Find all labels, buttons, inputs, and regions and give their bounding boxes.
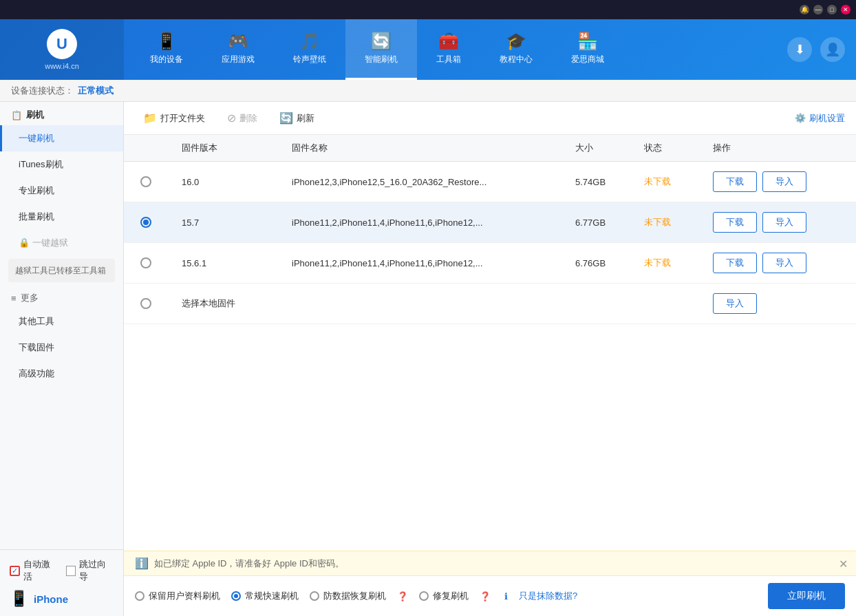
jailbreak-label: 一键越狱 xyxy=(32,237,68,248)
nav-ringtone[interactable]: 🎵 铃声壁纸 xyxy=(274,19,345,80)
nav-tutorial[interactable]: 🎓 教程中心 xyxy=(480,19,552,80)
anti-data-label: 防数据恢复刷机 xyxy=(323,590,386,602)
repair-radio[interactable] xyxy=(419,591,429,601)
content: 📁 打开文件夹 ⊘ 删除 🔄 刷新 ⚙️ 刷机设置 固件版本 固件名称 大 xyxy=(124,102,856,616)
flash-section-label: 刷机 xyxy=(26,109,44,121)
repair-help-icon[interactable]: ❓ xyxy=(480,591,491,602)
nav-toolbox[interactable]: 🧰 工具箱 xyxy=(417,19,480,80)
fast-flash-label: 常规快速刷机 xyxy=(245,590,299,602)
maximize-btn[interactable]: □ xyxy=(827,5,837,14)
actions-1561: 下载 导入 xyxy=(707,243,845,283)
radio-col-1561[interactable] xyxy=(135,248,176,278)
radio-col-local[interactable] xyxy=(135,288,176,319)
import-local-btn[interactable]: 导入 xyxy=(713,293,757,314)
sidebar-item-advanced[interactable]: 高级功能 xyxy=(0,361,123,387)
flash-now-btn[interactable]: 立即刷机 xyxy=(768,583,845,609)
sidebar-item-pro-flash[interactable]: 专业刷机 xyxy=(0,178,123,204)
sidebar-item-one-click-flash[interactable]: 一键刷机 xyxy=(0,125,123,151)
logo-url: www.i4.cn xyxy=(45,62,79,70)
radio-col-157[interactable] xyxy=(135,207,176,237)
auto-activate-box[interactable] xyxy=(10,566,20,576)
th-name: 固件名称 xyxy=(286,135,570,161)
nav-aisi-shop[interactable]: 🏪 爱思商城 xyxy=(552,19,623,80)
flash-section-icon: 📋 xyxy=(11,110,22,120)
skip-guide-checkbox[interactable]: 跳过向导 xyxy=(66,558,114,583)
firmware-row-16[interactable]: 16.0 iPhone12,3,iPhone12,5_16.0_20A362_R… xyxy=(124,162,856,202)
notice-warning-icon: ℹ️ xyxy=(135,557,149,570)
download-157-btn[interactable]: 下载 xyxy=(713,212,757,233)
download-1561-btn[interactable]: 下载 xyxy=(713,253,757,273)
fast-flash-radio[interactable] xyxy=(231,591,241,601)
size-1561: 6.76GB xyxy=(570,248,639,278)
anti-data-radio[interactable] xyxy=(310,591,319,601)
version-157: 15.7 xyxy=(176,208,286,237)
toolbox-label: 工具箱 xyxy=(436,54,461,65)
download-nav-btn[interactable]: ⬇ xyxy=(787,37,812,62)
repair-flash-option[interactable]: 修复刷机 xyxy=(419,590,469,602)
name-16: iPhone12,3,iPhone12,5_16.0_20A362_Restor… xyxy=(286,167,570,197)
status-local xyxy=(639,294,707,313)
auto-activate-checkbox[interactable]: 自动激活 xyxy=(10,558,58,583)
flash-settings-btn[interactable]: ⚙️ 刷机设置 xyxy=(795,112,845,125)
smart-flash-icon: 🔄 xyxy=(371,32,392,51)
keep-data-option[interactable]: 保留用户资料刷机 xyxy=(135,590,220,602)
nav-smart-flash[interactable]: 🔄 智能刷机 xyxy=(345,19,417,80)
info-circle-icon[interactable]: ℹ xyxy=(504,591,508,602)
size-157: 6.77GB xyxy=(570,208,639,237)
radio-16[interactable] xyxy=(140,176,151,187)
radio-1561[interactable] xyxy=(140,257,151,268)
sidebar-item-itunes-flash[interactable]: iTunes刷机 xyxy=(0,151,123,178)
th-action: 操作 xyxy=(707,135,845,161)
open-folder-label: 打开文件夹 xyxy=(160,112,205,125)
radio-col-16[interactable] xyxy=(135,167,176,197)
status-1561: 未下载 xyxy=(639,247,707,279)
sidebar-item-batch-flash[interactable]: 批量刷机 xyxy=(0,204,123,230)
notify-btn[interactable]: 🔔 xyxy=(800,5,809,14)
version-16: 16.0 xyxy=(176,167,286,197)
open-folder-btn[interactable]: 📁 打开文件夹 xyxy=(135,108,213,128)
delete-btn[interactable]: ⊘ 删除 xyxy=(219,108,266,128)
fast-flash-option[interactable]: 常规快速刷机 xyxy=(231,590,299,602)
th-size: 大小 xyxy=(570,135,639,161)
refresh-btn[interactable]: 🔄 刷新 xyxy=(271,108,323,128)
radio-157[interactable] xyxy=(140,217,151,228)
download-16-btn[interactable]: 下载 xyxy=(713,171,757,192)
name-local xyxy=(286,294,570,313)
firmware-row-157[interactable]: 15.7 iPhone11,2,iPhone11,4,iPhone11,6,iP… xyxy=(124,202,856,243)
actions-local: 导入 xyxy=(707,284,845,323)
status-label: 设备连接状态： xyxy=(11,85,74,97)
import-16-btn[interactable]: 导入 xyxy=(762,171,806,192)
keep-data-radio[interactable] xyxy=(135,591,145,601)
import-1561-btn[interactable]: 导入 xyxy=(762,253,806,273)
refresh-icon: 🔄 xyxy=(279,111,293,125)
close-btn[interactable]: ✕ xyxy=(841,5,850,14)
nav-my-device[interactable]: 📱 我的设备 xyxy=(131,19,202,80)
version-local: 选择本地固件 xyxy=(176,288,286,319)
firmware-row-1561[interactable]: 15.6.1 iPhone11,2,iPhone11,4,iPhone11,6,… xyxy=(124,243,856,284)
firmware-row-local[interactable]: 选择本地固件 导入 xyxy=(124,284,856,324)
sidebar-item-jailbreak: 🔒 一键越狱 xyxy=(0,230,123,256)
anti-data-help-icon[interactable]: ❓ xyxy=(397,591,408,602)
nav-items: 📱 我的设备 🎮 应用游戏 🎵 铃声壁纸 🔄 智能刷机 🧰 工具箱 🎓 教程中心… xyxy=(124,19,776,80)
sidebar: 📋 刷机 一键刷机 iTunes刷机 专业刷机 批量刷机 🔒 一键越狱 越狱工具… xyxy=(0,102,124,616)
status-157: 未下载 xyxy=(639,206,707,238)
user-nav-btn[interactable]: 👤 xyxy=(820,37,845,62)
ringtone-icon: 🎵 xyxy=(299,32,320,51)
notice-close-btn[interactable]: ✕ xyxy=(839,557,848,570)
itunes-flash-label: iTunes刷机 xyxy=(19,159,63,169)
anti-data-loss-option[interactable]: 防数据恢复刷机 xyxy=(310,590,386,602)
firmware-table: 固件版本 固件名称 大小 状态 操作 16.0 iPhone12,3,iPhon… xyxy=(124,135,856,551)
radio-local[interactable] xyxy=(140,298,151,309)
nav-apps-games[interactable]: 🎮 应用游戏 xyxy=(202,19,274,80)
download-firmware-label: 下载固件 xyxy=(19,342,54,352)
device-name: iPhone xyxy=(34,593,68,605)
other-tools-label: 其他工具 xyxy=(19,316,54,326)
minimize-btn[interactable]: — xyxy=(813,5,823,14)
sidebar-item-other-tools[interactable]: 其他工具 xyxy=(0,308,123,334)
skip-guide-box[interactable] xyxy=(66,566,76,576)
th-version: 固件版本 xyxy=(176,135,286,161)
folder-icon: 📁 xyxy=(143,111,157,125)
import-157-btn[interactable]: 导入 xyxy=(762,212,806,233)
data-wipe-link[interactable]: 只是抹除数据? xyxy=(519,590,577,602)
sidebar-item-download-firmware[interactable]: 下载固件 xyxy=(0,334,123,361)
